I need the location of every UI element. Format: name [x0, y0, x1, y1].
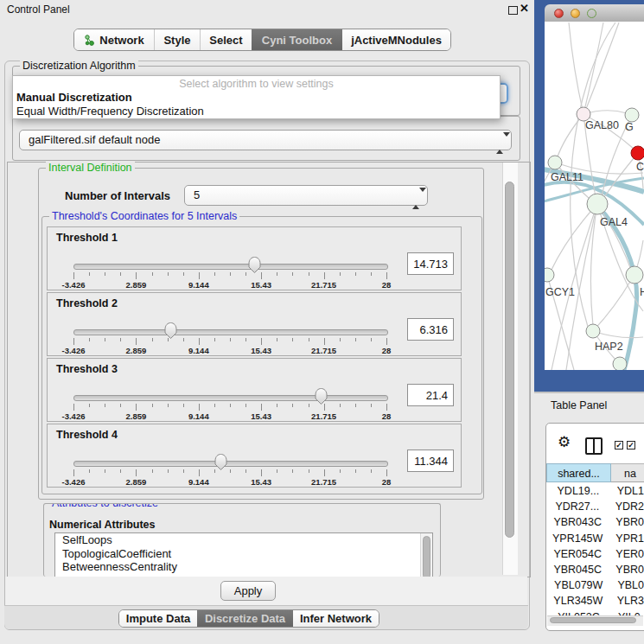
h-scrollbar-thumb[interactable] — [550, 617, 636, 623]
slider-tick — [371, 469, 372, 473]
slider-tick-label: 21.715 — [302, 280, 347, 290]
slider-thumb-icon[interactable] — [314, 387, 328, 405]
slider-tick — [386, 469, 387, 476]
slider-tick — [105, 272, 105, 276]
tab-label: Select — [209, 34, 242, 47]
traffic-light-close-icon[interactable] — [554, 9, 564, 18]
gear-icon[interactable]: ⚙ — [558, 435, 571, 450]
slider-tick-label: 28 — [364, 346, 409, 355]
network-edge — [569, 22, 583, 114]
tab-network[interactable]: Network — [74, 29, 154, 50]
table-row[interactable]: YBL079WYBL0 — [546, 577, 644, 593]
table-row[interactable]: YLR345WYLR3 — [546, 593, 644, 609]
slider-tick — [245, 272, 246, 276]
attribute-list-item[interactable]: BetweennessCentrality — [55, 560, 432, 574]
attribute-list-item[interactable]: SelfLoops — [55, 533, 432, 547]
slider-track[interactable] — [73, 395, 388, 401]
network-node-hap2[interactable] — [586, 324, 600, 338]
slider-tick-label: -3.426 — [51, 477, 96, 487]
tab-impute-data[interactable]: Impute Data — [119, 610, 197, 627]
network-node-gal4[interactable] — [587, 194, 608, 214]
tab-label: Impute Data — [126, 612, 190, 625]
network-node-gal11[interactable] — [548, 156, 562, 169]
slider-thumb-icon[interactable] — [247, 256, 262, 274]
network-node-c[interactable] — [631, 146, 644, 160]
cell-name: YPR1 — [609, 531, 644, 546]
panel-title: Control Panel — [7, 3, 70, 16]
slider-tick-label: 9.144 — [176, 280, 221, 290]
slider-track[interactable] — [73, 461, 388, 467]
table-row[interactable]: YBR043CYBR0 — [546, 514, 644, 530]
table-row[interactable]: YBR045CYBR0 — [546, 562, 644, 577]
apply-button[interactable]: Apply — [220, 581, 276, 601]
slider-tick-label: 15.43 — [239, 411, 284, 421]
table-row[interactable]: YER054CYER0 — [546, 546, 644, 562]
traffic-light-zoom-icon[interactable] — [587, 9, 596, 18]
float-window-icon[interactable] — [508, 6, 518, 15]
network-node-label: GAL11 — [551, 171, 583, 183]
list-scrollbar-thumb[interactable] — [423, 536, 430, 577]
slider-tick — [73, 404, 74, 411]
num-intervals-value: 5 — [194, 188, 200, 201]
network-node-gcy1[interactable] — [545, 268, 554, 282]
column-header-name[interactable]: na — [611, 463, 644, 482]
split-view-icon[interactable] — [585, 437, 603, 455]
cell-name: YDR2 — [609, 499, 644, 514]
slider-tick — [120, 469, 121, 473]
cell-shared-name: YBR043C — [546, 514, 609, 530]
slider-track[interactable] — [73, 264, 388, 270]
threshold-panel: Threshold 4-3.4262.8599.14415.4321.71528… — [47, 424, 462, 488]
slider-tick-label: 21.715 — [302, 477, 347, 487]
slider-tick — [183, 272, 184, 276]
threshold-panel: Threshold 3-3.4262.8599.14415.4321.71528… — [47, 358, 462, 422]
network-node-g[interactable] — [625, 108, 639, 122]
thresholds-group-title: Threshold's Coordinates for 5 Intervals — [49, 210, 239, 222]
slider-track[interactable] — [73, 329, 388, 335]
tab-jactivemnodules[interactable]: jActiveMNodules — [342, 29, 450, 50]
numerical-attributes-list: SelfLoopsTopologicalCoefficientBetweenne… — [54, 532, 433, 577]
tab-cyni-toolbox[interactable]: Cyni Toolbox — [252, 29, 342, 50]
table-row[interactable]: YPR145WYPR1 — [546, 531, 644, 546]
threshold-panel: Threshold 2-3.4262.8599.14415.4321.71528… — [47, 292, 462, 356]
tab-style[interactable]: Style — [154, 29, 200, 50]
slider-thumb-icon[interactable] — [214, 453, 228, 471]
threshold-value-field[interactable]: 6.316 — [407, 318, 454, 341]
num-intervals-combobox[interactable]: 5 — [184, 185, 428, 206]
network-node-label: GAL80 — [585, 119, 619, 131]
cell-name: YBL0 — [610, 577, 644, 593]
slider-thumb-icon[interactable] — [163, 322, 178, 340]
vertical-scrollbar-thumb[interactable] — [505, 182, 514, 538]
slider-tick — [73, 469, 74, 476]
slider-tick — [324, 469, 325, 476]
table-row[interactable]: YDL19...YDL1 — [546, 483, 644, 499]
slider-tick — [340, 272, 341, 276]
checkbox-icon[interactable]: ✓ — [615, 441, 623, 450]
slider-tick — [386, 338, 387, 345]
dropdown-option[interactable]: Equal Width/Frequency Discretization — [13, 105, 500, 118]
close-icon[interactable]: ✕ — [520, 2, 529, 15]
threshold-value-field[interactable]: 21.4 — [407, 384, 454, 406]
tab-infer-network[interactable]: Infer Network — [293, 610, 379, 627]
table-row[interactable]: YIL052CYIL0 — [546, 609, 644, 616]
slider-tick — [277, 272, 277, 276]
table-row[interactable]: YDR27...YDR2 — [546, 499, 644, 514]
threshold-label: Threshold 2 — [56, 297, 118, 309]
threshold-value-field[interactable]: 11.344 — [407, 450, 454, 472]
slider-tick — [230, 404, 231, 407]
traffic-light-minimize-icon[interactable] — [571, 9, 580, 18]
slider-tick — [168, 404, 169, 407]
checkbox-icon[interactable]: ✓ — [627, 441, 635, 450]
network-node[interactable] — [613, 357, 627, 370]
network-node-h[interactable] — [626, 266, 643, 284]
network-node-label: GCY1 — [545, 286, 575, 298]
table-data-combobox[interactable]: galFiltered.sif default node — [19, 130, 512, 150]
column-header-shared-name[interactable]: shared... — [546, 463, 611, 482]
slider-tick — [230, 338, 231, 341]
tab-discretize-data[interactable]: Discretize Data — [197, 610, 293, 627]
attribute-list-item[interactable]: TopologicalCoefficient — [55, 547, 432, 561]
dropdown-option[interactable]: Manual Discretization — [13, 91, 500, 105]
slider-tick-label: 9.144 — [176, 411, 221, 421]
tab-select[interactable]: Select — [200, 29, 252, 50]
cell-name: YIL0 — [611, 609, 641, 616]
threshold-value-field[interactable]: 14.713 — [407, 252, 454, 275]
